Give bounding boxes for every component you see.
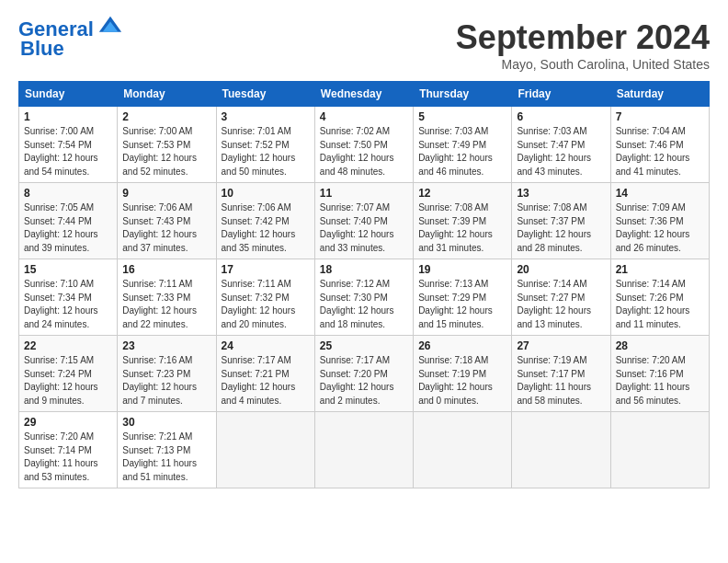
day-info: Sunrise: 7:21 AM Sunset: 7:13 PM Dayligh…: [122, 431, 210, 484]
calendar-cell: [314, 412, 413, 488]
day-info: Sunrise: 7:14 AM Sunset: 7:27 PM Dayligh…: [517, 278, 605, 331]
calendar-cell: 29Sunrise: 7:20 AM Sunset: 7:14 PM Dayli…: [19, 412, 118, 488]
day-number: 15: [24, 263, 112, 276]
day-number: 4: [320, 110, 408, 123]
calendar-cell: [610, 412, 709, 488]
day-info: Sunrise: 7:05 AM Sunset: 7:44 PM Dayligh…: [24, 201, 112, 255]
day-number: 23: [122, 339, 210, 352]
logo-icon: [97, 15, 123, 40]
calendar-cell: 21Sunrise: 7:14 AM Sunset: 7:26 PM Dayli…: [610, 259, 709, 336]
day-number: 14: [616, 187, 704, 200]
day-info: Sunrise: 7:07 AM Sunset: 7:40 PM Dayligh…: [320, 201, 408, 255]
calendar-cell: [414, 412, 512, 488]
calendar-cell: 16Sunrise: 7:11 AM Sunset: 7:33 PM Dayli…: [118, 259, 216, 336]
calendar-cell: 30Sunrise: 7:21 AM Sunset: 7:13 PM Dayli…: [118, 412, 216, 488]
day-info: Sunrise: 7:18 AM Sunset: 7:19 PM Dayligh…: [418, 354, 506, 408]
calendar-table: Sunday Monday Tuesday Wednesday Thursday…: [18, 81, 710, 488]
calendar-cell: 5Sunrise: 7:03 AM Sunset: 7:49 PM Daylig…: [414, 107, 512, 183]
calendar-cell: 25Sunrise: 7:17 AM Sunset: 7:20 PM Dayli…: [314, 336, 413, 412]
calendar-cell: 8Sunrise: 7:05 AM Sunset: 7:44 PM Daylig…: [19, 183, 118, 259]
calendar-week-row: 8Sunrise: 7:05 AM Sunset: 7:44 PM Daylig…: [19, 183, 710, 259]
day-info: Sunrise: 7:04 AM Sunset: 7:46 PM Dayligh…: [616, 125, 704, 178]
calendar-week-row: 1Sunrise: 7:00 AM Sunset: 7:54 PM Daylig…: [19, 107, 710, 183]
day-info: Sunrise: 7:08 AM Sunset: 7:37 PM Dayligh…: [517, 201, 605, 255]
day-number: 2: [122, 110, 210, 123]
day-info: Sunrise: 7:10 AM Sunset: 7:34 PM Dayligh…: [24, 278, 112, 331]
day-info: Sunrise: 7:12 AM Sunset: 7:30 PM Dayligh…: [320, 278, 408, 331]
day-info: Sunrise: 7:17 AM Sunset: 7:20 PM Dayligh…: [320, 354, 408, 408]
day-number: 12: [418, 187, 506, 200]
calendar-cell: 20Sunrise: 7:14 AM Sunset: 7:27 PM Dayli…: [512, 259, 610, 336]
day-number: 24: [222, 339, 310, 352]
calendar-cell: 11Sunrise: 7:07 AM Sunset: 7:40 PM Dayli…: [314, 183, 413, 259]
calendar-cell: 7Sunrise: 7:04 AM Sunset: 7:46 PM Daylig…: [610, 107, 709, 183]
col-wednesday: Wednesday: [314, 82, 413, 107]
calendar-cell: 22Sunrise: 7:15 AM Sunset: 7:24 PM Dayli…: [19, 336, 118, 412]
day-info: Sunrise: 7:03 AM Sunset: 7:49 PM Dayligh…: [418, 125, 506, 178]
day-number: 9: [122, 187, 210, 200]
col-sunday: Sunday: [19, 82, 118, 107]
calendar-cell: 24Sunrise: 7:17 AM Sunset: 7:21 PM Dayli…: [216, 336, 314, 412]
day-info: Sunrise: 7:08 AM Sunset: 7:39 PM Dayligh…: [418, 201, 506, 255]
logo: General Blue: [18, 18, 123, 61]
calendar-cell: 4Sunrise: 7:02 AM Sunset: 7:50 PM Daylig…: [314, 107, 413, 183]
col-monday: Monday: [118, 82, 216, 107]
day-number: 20: [517, 263, 605, 276]
calendar-cell: 17Sunrise: 7:11 AM Sunset: 7:32 PM Dayli…: [216, 259, 314, 336]
calendar-cell: 23Sunrise: 7:16 AM Sunset: 7:23 PM Dayli…: [118, 336, 216, 412]
day-number: 22: [24, 339, 112, 352]
day-info: Sunrise: 7:14 AM Sunset: 7:26 PM Dayligh…: [616, 278, 704, 331]
calendar-cell: 13Sunrise: 7:08 AM Sunset: 7:37 PM Dayli…: [512, 183, 610, 259]
calendar-cell: 27Sunrise: 7:19 AM Sunset: 7:17 PM Dayli…: [512, 336, 610, 412]
day-info: Sunrise: 7:20 AM Sunset: 7:14 PM Dayligh…: [24, 431, 112, 484]
day-info: Sunrise: 7:03 AM Sunset: 7:47 PM Dayligh…: [517, 125, 605, 178]
day-info: Sunrise: 7:20 AM Sunset: 7:16 PM Dayligh…: [616, 354, 704, 408]
calendar-cell: [216, 412, 314, 488]
calendar-cell: 1Sunrise: 7:00 AM Sunset: 7:54 PM Daylig…: [19, 107, 118, 183]
col-tuesday: Tuesday: [216, 82, 314, 107]
calendar-cell: 26Sunrise: 7:18 AM Sunset: 7:19 PM Dayli…: [414, 336, 512, 412]
day-info: Sunrise: 7:00 AM Sunset: 7:53 PM Dayligh…: [122, 125, 210, 178]
day-info: Sunrise: 7:09 AM Sunset: 7:36 PM Dayligh…: [616, 201, 704, 255]
day-number: 5: [418, 110, 506, 123]
day-number: 11: [320, 187, 408, 200]
location: Mayo, South Carolina, United States: [456, 57, 710, 72]
day-info: Sunrise: 7:11 AM Sunset: 7:32 PM Dayligh…: [222, 278, 310, 331]
calendar-cell: 9Sunrise: 7:06 AM Sunset: 7:43 PM Daylig…: [118, 183, 216, 259]
day-info: Sunrise: 7:16 AM Sunset: 7:23 PM Dayligh…: [122, 354, 210, 408]
calendar-cell: 14Sunrise: 7:09 AM Sunset: 7:36 PM Dayli…: [610, 183, 709, 259]
day-info: Sunrise: 7:19 AM Sunset: 7:17 PM Dayligh…: [517, 354, 605, 408]
calendar-cell: [512, 412, 610, 488]
day-info: Sunrise: 7:15 AM Sunset: 7:24 PM Dayligh…: [24, 354, 112, 408]
day-number: 28: [616, 339, 704, 352]
day-number: 18: [320, 263, 408, 276]
col-friday: Friday: [512, 82, 610, 107]
day-info: Sunrise: 7:11 AM Sunset: 7:33 PM Dayligh…: [122, 278, 210, 331]
day-info: Sunrise: 7:00 AM Sunset: 7:54 PM Dayligh…: [24, 125, 112, 178]
day-number: 27: [517, 339, 605, 352]
day-number: 26: [418, 339, 506, 352]
day-number: 25: [320, 339, 408, 352]
calendar-cell: 18Sunrise: 7:12 AM Sunset: 7:30 PM Dayli…: [314, 259, 413, 336]
calendar-week-row: 22Sunrise: 7:15 AM Sunset: 7:24 PM Dayli…: [19, 336, 710, 412]
day-number: 17: [222, 263, 310, 276]
title-block: September 2024 Mayo, South Carolina, Uni…: [456, 18, 710, 72]
day-number: 10: [222, 187, 310, 200]
col-saturday: Saturday: [610, 82, 709, 107]
day-info: Sunrise: 7:01 AM Sunset: 7:52 PM Dayligh…: [222, 125, 310, 178]
day-number: 30: [122, 416, 210, 429]
day-number: 29: [24, 416, 112, 429]
page-header: General Blue September 2024 Mayo, South …: [18, 18, 710, 72]
day-number: 21: [616, 263, 704, 276]
day-number: 16: [122, 263, 210, 276]
calendar-cell: 28Sunrise: 7:20 AM Sunset: 7:16 PM Dayli…: [610, 336, 709, 412]
day-info: Sunrise: 7:17 AM Sunset: 7:21 PM Dayligh…: [222, 354, 310, 408]
day-number: 13: [517, 187, 605, 200]
month-title: September 2024: [456, 18, 710, 57]
day-number: 6: [517, 110, 605, 123]
calendar-cell: 15Sunrise: 7:10 AM Sunset: 7:34 PM Dayli…: [19, 259, 118, 336]
calendar-cell: 3Sunrise: 7:01 AM Sunset: 7:52 PM Daylig…: [216, 107, 314, 183]
day-number: 7: [616, 110, 704, 123]
day-info: Sunrise: 7:02 AM Sunset: 7:50 PM Dayligh…: [320, 125, 408, 178]
calendar-cell: 6Sunrise: 7:03 AM Sunset: 7:47 PM Daylig…: [512, 107, 610, 183]
